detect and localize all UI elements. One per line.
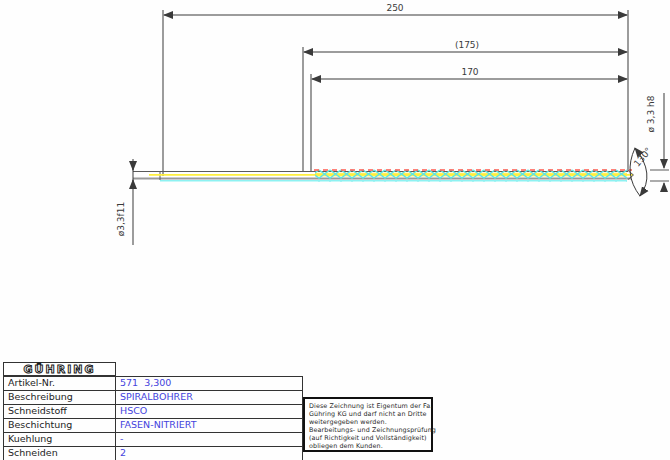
note-line: Bearbeitungs- und Zeichnungsprüfung bbox=[309, 426, 429, 434]
row-label: Beschichtung bbox=[4, 419, 116, 432]
flute-section bbox=[314, 170, 632, 182]
row-label: Schneidstoff bbox=[4, 405, 116, 418]
drill-body bbox=[133, 170, 634, 182]
note-line: weitergegeben werden. bbox=[309, 418, 429, 426]
table-row: Schneiden 2 bbox=[4, 446, 302, 460]
row-value: 571 3,300 bbox=[116, 377, 302, 390]
note-line: Diese Zeichnung ist Eigentum der Fa. bbox=[309, 402, 429, 410]
row-value: 2 bbox=[116, 447, 302, 460]
dimension-tip-diameter: ø 3,3 h8 bbox=[646, 93, 669, 192]
drawing-sheet: 250 (175) 170 bbox=[0, 0, 670, 460]
row-label: Kuehlung bbox=[4, 433, 116, 446]
dim-tip-dia-label: ø 3,3 h8 bbox=[646, 95, 656, 132]
table-row: Artikel-Nr. 571 3,300 bbox=[4, 377, 302, 390]
row-value: HSCO bbox=[116, 405, 302, 418]
dim-250-label: 250 bbox=[386, 3, 403, 13]
row-value: SPIRALBOHRER bbox=[116, 391, 302, 404]
dimension-point-angle: 130° bbox=[630, 146, 653, 196]
dimension-flute-length: 170 bbox=[311, 67, 627, 171]
guehring-logo: GÜHRING bbox=[24, 364, 96, 375]
row-value: FASEN-NITRIERT bbox=[116, 419, 302, 432]
table-row: Beschichtung FASEN-NITRIERT bbox=[4, 418, 302, 432]
row-label: Beschreibung bbox=[4, 391, 116, 404]
title-block: GÜHRING Artikel-Nr. 571 3,300 Beschreibu… bbox=[3, 362, 303, 460]
drill-drawing: 250 (175) 170 bbox=[0, 0, 670, 360]
dim-shank-dia-label: ø3,3f11 bbox=[116, 202, 126, 236]
dim-175-label: (175) bbox=[455, 40, 479, 50]
note-line: Gühring KG und darf nicht an Dritte bbox=[309, 410, 429, 418]
row-label: Schneiden bbox=[4, 447, 116, 460]
row-label: Artikel-Nr. bbox=[4, 377, 116, 390]
dimension-ref-length: (175) bbox=[303, 40, 627, 171]
dimension-overall-length: 250 bbox=[163, 3, 628, 176]
note-line: (auf Richtigkeit und Vollständigkeit) bbox=[309, 434, 429, 442]
ownership-note-box: Diese Zeichnung ist Eigentum der Fa. Güh… bbox=[303, 397, 433, 452]
dimension-shank-diameter: ø3,3f11 bbox=[116, 159, 133, 245]
title-block-rows: Artikel-Nr. 571 3,300 Beschreibung SPIRA… bbox=[3, 376, 303, 460]
row-value: - bbox=[116, 433, 302, 446]
dim-angle-label: 130° bbox=[632, 146, 654, 169]
dim-170-label: 170 bbox=[461, 67, 478, 77]
table-row: Schneidstoff HSCO bbox=[4, 404, 302, 418]
logo-cell: GÜHRING bbox=[3, 362, 116, 376]
table-row: Kuehlung - bbox=[4, 432, 302, 446]
table-row: Beschreibung SPIRALBOHRER bbox=[4, 390, 302, 404]
note-line: obliegen dem Kunden. bbox=[309, 442, 429, 450]
